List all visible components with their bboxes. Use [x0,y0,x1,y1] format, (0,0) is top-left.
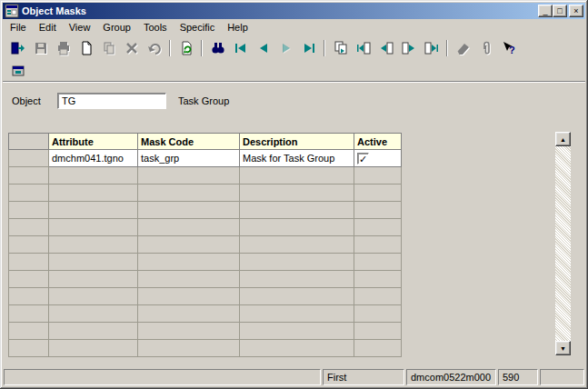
grid-cell-empty[interactable] [354,305,402,323]
grid-cell-empty[interactable] [240,340,354,357]
grid-cell-empty[interactable] [240,288,354,305]
context-help-button[interactable]: ? [497,37,520,59]
delete-button[interactable] [120,37,143,59]
grid-cell-empty[interactable] [240,236,354,254]
save-exit-button[interactable] [6,37,29,59]
next-group-button[interactable] [397,37,420,59]
maximize-button[interactable]: □ [553,5,567,17]
row-selector[interactable] [9,150,49,167]
grid-cell-empty[interactable] [138,305,240,323]
grid-cell-empty[interactable] [49,219,138,236]
menu-group[interactable]: Group [96,20,137,35]
menu-tools[interactable]: Tools [137,20,174,35]
next-record-button[interactable] [274,37,297,59]
attachment-button[interactable] [474,37,497,59]
object-input[interactable]: TG [57,93,166,109]
close-button[interactable]: × [569,5,583,17]
grid-cell-empty[interactable] [49,271,138,288]
last-record-button[interactable] [297,37,320,59]
first-group-button[interactable] [352,37,374,59]
grid-cell-empty[interactable] [138,219,240,236]
grid-cell-empty[interactable] [240,323,354,340]
scroll-down-button[interactable]: ▼ [555,341,571,355]
grid-cell-empty[interactable] [354,254,402,271]
menu-help[interactable]: Help [221,20,254,35]
minimize-button[interactable]: _ [538,5,553,17]
grid-cell-empty[interactable] [49,185,138,202]
menu-view[interactable]: View [63,20,97,35]
grid-cell-empty[interactable] [138,288,240,305]
last-group-button[interactable] [420,37,443,59]
grid-cell-empty[interactable] [240,219,354,236]
first-record-button[interactable] [229,37,252,59]
cell-description[interactable]: Mask for Task Group [240,150,354,167]
row-selector[interactable] [9,305,49,323]
grid-cell-empty[interactable] [240,185,354,202]
new-record-button[interactable] [75,37,97,59]
previous-record-button[interactable] [252,37,274,59]
grid-cell-empty[interactable] [354,323,402,340]
grid-cell-empty[interactable] [49,167,138,185]
row-selector[interactable] [9,219,49,236]
grid-cell-empty[interactable] [354,202,402,219]
grid-cell-empty[interactable] [240,202,354,219]
previous-group-button[interactable] [374,37,397,59]
grid-cell-empty[interactable] [354,288,402,305]
grid-cell-empty[interactable] [240,254,354,271]
menu-edit[interactable]: Edit [33,20,63,35]
grid-cell-empty[interactable] [138,254,240,271]
column-header-attribute[interactable]: Attribute [49,134,138,150]
row-selector[interactable] [9,254,49,271]
row-selector[interactable] [9,202,49,219]
row-selector[interactable] [9,185,49,202]
duplicate-button[interactable] [97,37,120,59]
refresh-button[interactable] [174,37,197,59]
find-button[interactable] [206,37,229,59]
column-header-mask-code[interactable]: Mask Code [138,134,240,150]
grid-cell-empty[interactable] [49,340,138,357]
grid-cell-empty[interactable] [49,254,138,271]
grid-cell-empty[interactable] [49,236,138,254]
grid-cell-empty[interactable] [49,305,138,323]
grid-cell-empty[interactable] [138,271,240,288]
grid-cell-empty[interactable] [240,167,354,185]
titlebar[interactable]: Object Masks _ □ × [3,3,585,19]
grid-cell-empty[interactable] [49,288,138,305]
grid-cell-empty[interactable] [138,202,240,219]
grid-cell-empty[interactable] [138,323,240,340]
column-header-description[interactable]: Description [240,134,354,150]
grid-cell-empty[interactable] [354,219,402,236]
grid-cell-empty[interactable] [49,323,138,340]
grid-cell-empty[interactable] [138,236,240,254]
grid-cell-empty[interactable] [354,185,402,202]
clear-button[interactable] [452,37,474,59]
row-selector[interactable] [9,340,49,357]
menu-specific[interactable]: Specific [174,20,222,35]
row-selector[interactable] [9,236,49,254]
row-selector[interactable] [9,167,49,185]
cell-attribute[interactable]: dmchm041.tgno [49,150,138,167]
menu-file[interactable]: File [4,20,33,35]
text-manager-button[interactable] [6,60,29,82]
grid-cell-empty[interactable] [240,271,354,288]
grid-cell-empty[interactable] [138,185,240,202]
column-header-active[interactable]: Active [354,134,402,150]
active-checkbox[interactable]: ✓ [357,153,369,165]
row-selector[interactable] [9,271,49,288]
grid-cell-empty[interactable] [354,340,402,357]
scrollbar-track[interactable] [555,146,571,341]
grid-cell-empty[interactable] [240,305,354,323]
revert-button[interactable] [143,37,165,59]
grid-cell-empty[interactable] [49,202,138,219]
vertical-scrollbar[interactable]: ▲ ▼ [555,132,571,355]
grid-cell-empty[interactable] [354,236,402,254]
row-selector[interactable] [9,288,49,305]
row-selector[interactable] [9,323,49,340]
grid-cell-empty[interactable] [138,340,240,357]
grid-cell-empty[interactable] [354,167,402,185]
save-button[interactable] [29,37,52,59]
new-group-button[interactable] [329,37,352,59]
scroll-up-button[interactable]: ▲ [555,132,571,146]
print-button[interactable] [52,37,75,59]
grid-cell-empty[interactable] [354,271,402,288]
